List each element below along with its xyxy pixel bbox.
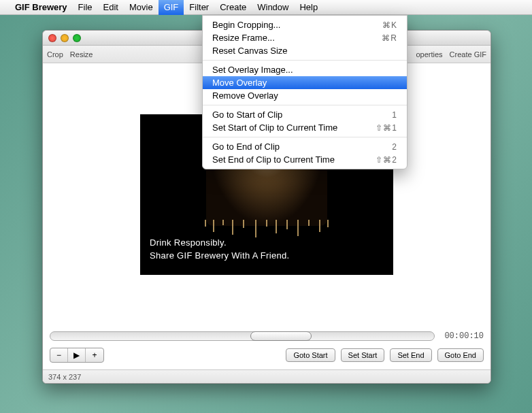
canvas-overlay-text: Drink Responsibly. Share GIF Brewery Wit… bbox=[150, 237, 289, 263]
menuitem-goto-end-of-clip[interactable]: Go to End of Clip 2 bbox=[203, 140, 407, 153]
menuitem-label: Set End of Clip to Current Time bbox=[212, 154, 376, 165]
menuitem-goto-start-of-clip[interactable]: Go to Start of Clip 1 bbox=[203, 108, 407, 121]
menuitem-label: Set Overlay Image... bbox=[212, 65, 397, 75]
toolbar-properties-partial[interactable]: operties bbox=[416, 50, 442, 59]
close-button[interactable] bbox=[48, 34, 56, 42]
system-menubar: GIF Brewery File Edit Movie GIF Filter C… bbox=[0, 0, 532, 15]
menuitem-label: Reset Canvas Size bbox=[212, 46, 397, 56]
step-forward-button[interactable]: + bbox=[86, 348, 103, 362]
set-end-button[interactable]: Set End bbox=[390, 348, 431, 362]
toolbar-create-gif[interactable]: Create GIF bbox=[450, 50, 486, 59]
goto-end-button[interactable]: Goto End bbox=[437, 348, 484, 362]
menuitem-label: Set Start of Clip to Current Time bbox=[212, 122, 376, 133]
gif-menu-dropdown: Begin Cropping... ⌘K Resize Frame... ⌘R … bbox=[202, 15, 408, 169]
menuitem-shortcut: ⌘K bbox=[382, 20, 397, 30]
menuitem-shortcut: 1 bbox=[392, 110, 397, 120]
menu-file[interactable]: File bbox=[73, 0, 98, 15]
menuitem-resize-frame[interactable]: Resize Frame... ⌘R bbox=[203, 31, 407, 44]
menuitem-move-overlay[interactable]: Move Overlay bbox=[203, 76, 407, 89]
menuitem-reset-canvas-size[interactable]: Reset Canvas Size bbox=[203, 44, 407, 57]
overlay-line-1: Drink Responsibly. bbox=[150, 237, 289, 250]
menu-separator bbox=[203, 137, 407, 137]
menuitem-shortcut: ⇧⌘1 bbox=[376, 123, 397, 133]
menuitem-label: Begin Cropping... bbox=[212, 20, 382, 30]
menuitem-label: Remove Overlay bbox=[212, 90, 397, 101]
goto-start-button[interactable]: Goto Start bbox=[286, 348, 335, 362]
timecode-display: 00:00:10 bbox=[440, 331, 484, 341]
menuitem-label: Go to Start of Clip bbox=[212, 110, 392, 120]
menuitem-label: Resize Frame... bbox=[212, 33, 382, 43]
step-back-button[interactable]: − bbox=[50, 348, 68, 362]
menu-filter[interactable]: Filter bbox=[184, 0, 214, 15]
menuitem-shortcut: ⌘R bbox=[382, 33, 397, 43]
timeline-thumb[interactable] bbox=[250, 331, 312, 341]
menuitem-label: Move Overlay bbox=[212, 78, 397, 88]
menu-create[interactable]: Create bbox=[214, 0, 252, 15]
toolbar-crop[interactable]: Crop bbox=[47, 50, 63, 59]
menuitem-set-end-of-clip[interactable]: Set End of Clip to Current Time ⇧⌘2 bbox=[203, 153, 407, 166]
controls-area: 00:00:10 − ▶ + Goto Start Set Start Set … bbox=[43, 326, 491, 369]
menu-edit[interactable]: Edit bbox=[98, 0, 124, 15]
menuitem-label: Go to End of Clip bbox=[212, 142, 392, 152]
toolbar-resize[interactable]: Resize bbox=[70, 50, 93, 59]
app-menu[interactable]: GIF Brewery bbox=[10, 0, 73, 15]
play-button[interactable]: ▶ bbox=[68, 348, 86, 362]
overlay-line-2: Share GIF Brewery With A Friend. bbox=[150, 250, 289, 263]
zoom-button[interactable] bbox=[73, 34, 81, 42]
menuitem-begin-cropping[interactable]: Begin Cropping... ⌘K bbox=[203, 18, 407, 31]
menu-gif[interactable]: GIF bbox=[159, 0, 184, 15]
menu-help[interactable]: Help bbox=[294, 0, 323, 15]
menu-movie[interactable]: Movie bbox=[124, 0, 159, 15]
menuitem-remove-overlay[interactable]: Remove Overlay bbox=[203, 89, 407, 102]
menu-window[interactable]: Window bbox=[252, 0, 294, 15]
timeline-scrubber[interactable] bbox=[50, 331, 435, 341]
set-start-button[interactable]: Set Start bbox=[341, 348, 385, 362]
canvas-dimensions: 374 x 237 bbox=[48, 373, 81, 381]
menuitem-set-start-of-clip[interactable]: Set Start of Clip to Current Time ⇧⌘1 bbox=[203, 121, 407, 134]
menuitem-shortcut: ⇧⌘2 bbox=[376, 155, 397, 165]
menu-separator bbox=[203, 105, 407, 105]
menuitem-shortcut: 2 bbox=[392, 142, 397, 152]
minimize-button[interactable] bbox=[61, 34, 69, 42]
step-segmented: − ▶ + bbox=[50, 348, 104, 363]
status-bar: 374 x 237 bbox=[43, 369, 491, 383]
menu-separator bbox=[203, 60, 407, 61]
menuitem-set-overlay-image[interactable]: Set Overlay Image... bbox=[203, 63, 407, 76]
